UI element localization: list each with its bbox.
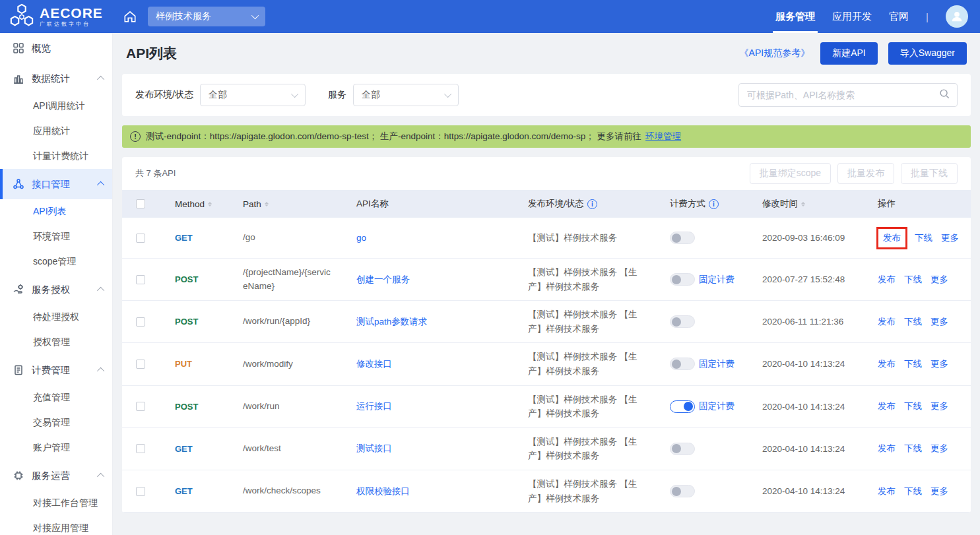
- batch-publish-button[interactable]: 批量发布: [837, 163, 894, 184]
- sidebar-subitem[interactable]: 计量计费统计: [0, 144, 112, 169]
- modified-time: 2020-07-27 15:52:48: [762, 274, 845, 284]
- action-下线-link[interactable]: 下线: [904, 400, 922, 412]
- api-name-link[interactable]: 测试接口: [356, 443, 392, 455]
- api-name-link[interactable]: 测试path参数请求: [356, 316, 427, 328]
- action-更多-link[interactable]: 更多: [931, 443, 948, 455]
- billing-type-link[interactable]: 固定计费: [699, 358, 735, 370]
- nav-official-site[interactable]: 官网: [889, 0, 909, 33]
- row-checkbox[interactable]: [136, 402, 145, 411]
- api-name-link[interactable]: 运行接口: [356, 400, 392, 412]
- action-更多-link[interactable]: 更多: [931, 486, 948, 497]
- table-row: GET/gogo【测试】样例技术服务2020-09-03 16:46:09发布下…: [122, 218, 971, 259]
- billing-toggle[interactable]: [670, 443, 695, 455]
- search-icon[interactable]: [938, 88, 950, 102]
- sidebar-subitem[interactable]: 充值管理: [0, 385, 112, 410]
- action-发布-link[interactable]: 发布: [878, 274, 896, 286]
- row-checkbox[interactable]: [136, 317, 145, 327]
- column-api-name: API名称: [340, 198, 511, 210]
- sidebar-subitem[interactable]: API列表: [0, 199, 112, 224]
- sidebar-subitem[interactable]: 应用统计: [0, 119, 112, 144]
- sidebar-subitem[interactable]: 授权管理: [0, 330, 112, 355]
- sidebar-subitem[interactable]: API调用统计: [0, 94, 112, 119]
- api-name-link[interactable]: 权限校验接口: [356, 486, 410, 497]
- modified-time: 2020-04-10 14:13:24: [762, 486, 845, 496]
- api-spec-link[interactable]: 《API规范参考》: [740, 47, 810, 59]
- sidebar-subitem[interactable]: 待处理授权: [0, 305, 112, 330]
- service-filter-select[interactable]: 全部: [353, 84, 459, 106]
- billing-type-link[interactable]: 固定计费: [699, 400, 735, 412]
- brand-logo[interactable]: AECORE 广联达数字中台: [9, 3, 108, 30]
- search-input[interactable]: [747, 90, 938, 100]
- batch-bind-scope-button[interactable]: 批量绑定scope: [750, 163, 831, 184]
- sidebar-subitem[interactable]: scope管理: [0, 249, 112, 274]
- action-下线-link[interactable]: 下线: [915, 232, 932, 244]
- action-发布-link[interactable]: 发布: [878, 486, 896, 497]
- sidebar-item-3[interactable]: 服务授权: [0, 274, 112, 305]
- service-select[interactable]: 样例技术服务: [148, 7, 265, 26]
- api-name-link[interactable]: 创建一个服务: [356, 274, 410, 286]
- sidebar-item-1[interactable]: 数据统计: [0, 63, 112, 94]
- nav-service-management[interactable]: 服务管理: [775, 0, 815, 33]
- row-checkbox[interactable]: [136, 275, 145, 284]
- action-更多-link[interactable]: 更多: [931, 358, 948, 370]
- column-method[interactable]: Method: [158, 199, 226, 209]
- info-icon[interactable]: i: [587, 199, 597, 209]
- user-avatar[interactable]: [946, 5, 968, 28]
- action-下线-link[interactable]: 下线: [904, 486, 922, 497]
- billing-toggle[interactable]: [670, 273, 695, 286]
- action-下线-link[interactable]: 下线: [904, 358, 922, 370]
- sidebar-item-0[interactable]: 概览: [0, 33, 112, 63]
- billing-toggle[interactable]: [670, 358, 695, 370]
- env-status-text: 【测试】样例技术服务 【生产】样例技术服务: [528, 265, 647, 294]
- table-header-row: Method Path API名称 发布环境/状态i 计费方式i 修改时间: [122, 190, 971, 218]
- sort-icon[interactable]: [265, 202, 269, 206]
- action-下线-link[interactable]: 下线: [904, 274, 922, 286]
- nav-app-development[interactable]: 应用开发: [832, 0, 872, 33]
- column-path[interactable]: Path: [226, 199, 340, 209]
- sidebar-item-2[interactable]: 接口管理: [0, 169, 112, 199]
- row-checkbox[interactable]: [136, 360, 145, 369]
- sidebar-item-5[interactable]: 服务运营: [0, 460, 112, 491]
- sidebar-item-label: 服务运营: [32, 470, 70, 482]
- action-更多-link[interactable]: 更多: [941, 232, 959, 244]
- action-发布-link[interactable]: 发布: [878, 443, 896, 455]
- row-checkbox[interactable]: [136, 234, 145, 243]
- action-发布-link[interactable]: 发布: [878, 316, 896, 328]
- action-下线-link[interactable]: 下线: [904, 443, 922, 455]
- action-发布-link[interactable]: 发布: [883, 233, 901, 243]
- billing-toggle[interactable]: [670, 232, 695, 244]
- env-management-link[interactable]: 环境管理: [645, 131, 681, 142]
- select-all-checkbox[interactable]: [136, 199, 145, 208]
- action-更多-link[interactable]: 更多: [931, 316, 948, 328]
- action-更多-link[interactable]: 更多: [931, 274, 948, 286]
- batch-offline-button[interactable]: 批量下线: [901, 163, 958, 184]
- import-swagger-button[interactable]: 导入Swagger: [888, 42, 967, 65]
- action-发布-link[interactable]: 发布: [878, 400, 896, 412]
- sidebar-subitem[interactable]: 交易管理: [0, 410, 112, 435]
- billing-toggle[interactable]: [670, 485, 695, 497]
- create-api-button[interactable]: 新建API: [820, 42, 878, 65]
- row-checkbox[interactable]: [136, 487, 145, 496]
- info-icon[interactable]: i: [709, 199, 719, 209]
- sidebar-subitem-label: 对接工作台管理: [33, 497, 98, 509]
- action-下线-link[interactable]: 下线: [904, 316, 922, 328]
- billing-type-link[interactable]: 固定计费: [699, 274, 735, 286]
- sidebar-subitem[interactable]: 对接应用管理: [0, 516, 112, 535]
- billing-toggle[interactable]: [670, 400, 695, 413]
- sidebar-subitem[interactable]: 账户管理: [0, 435, 112, 460]
- sidebar-item-label: 概览: [32, 42, 51, 55]
- column-modified-time[interactable]: 修改时间: [746, 198, 861, 210]
- action-更多-link[interactable]: 更多: [931, 400, 948, 412]
- row-checkbox[interactable]: [136, 444, 145, 453]
- sort-icon[interactable]: [801, 202, 805, 206]
- action-发布-link[interactable]: 发布: [878, 358, 896, 370]
- env-status-select[interactable]: 全部: [200, 84, 306, 106]
- home-icon[interactable]: [123, 9, 137, 24]
- sidebar-item-4[interactable]: 计费管理: [0, 355, 112, 385]
- api-name-link[interactable]: go: [356, 233, 366, 243]
- sort-icon[interactable]: [208, 202, 212, 206]
- billing-toggle[interactable]: [670, 315, 695, 328]
- sidebar-subitem[interactable]: 对接工作台管理: [0, 491, 112, 516]
- api-name-link[interactable]: 修改接口: [356, 358, 392, 370]
- sidebar-subitem[interactable]: 环境管理: [0, 224, 112, 249]
